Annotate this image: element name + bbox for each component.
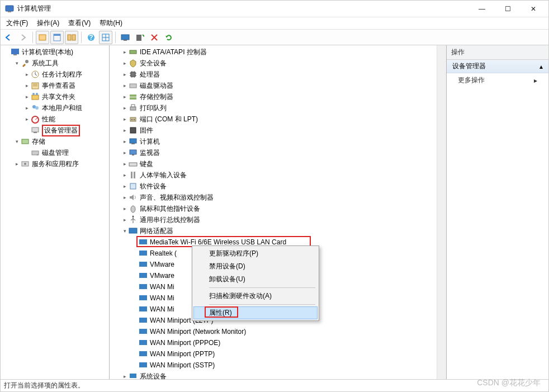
- svg-rect-61: [139, 284, 147, 289]
- svg-point-23: [32, 93, 35, 95]
- tree-shared-folders[interactable]: ▸共享文件夹: [22, 91, 108, 102]
- nic-icon: [139, 271, 148, 280]
- toolbar-btn-5[interactable]: [99, 31, 112, 44]
- net-item-10[interactable]: WAN Miniport (PPTP): [130, 348, 434, 360]
- collapse-icon: ▴: [539, 63, 543, 70]
- menu-file[interactable]: 文件(F): [3, 17, 31, 29]
- cat-cpu[interactable]: ▸处理器: [120, 69, 434, 80]
- tree-local-users[interactable]: ▸本地用户和组: [22, 102, 108, 114]
- svg-rect-20: [33, 84, 37, 84]
- actions-more[interactable]: 更多操作 ▸: [447, 73, 548, 87]
- cat-mouse[interactable]: ▸鼠标和其他指针设备: [120, 203, 434, 214]
- cat-ide[interactable]: ▸IDE ATA/ATAPI 控制器: [120, 46, 434, 58]
- tree-task-scheduler[interactable]: ▸任务计划程序: [22, 69, 108, 80]
- cat-ports[interactable]: ▸端口 (COM 和 LPT): [120, 114, 434, 125]
- cat-monitor[interactable]: ▸监视器: [120, 147, 434, 158]
- svg-rect-68: [139, 362, 147, 367]
- nic-icon: [139, 238, 148, 247]
- mid-scrollbar[interactable]: [437, 45, 446, 379]
- delete-button[interactable]: [148, 31, 161, 44]
- cm-properties[interactable]: 属性(R): [193, 306, 318, 319]
- refresh-button[interactable]: [162, 31, 176, 44]
- nic-icon: [139, 338, 148, 347]
- svg-rect-37: [130, 84, 136, 88]
- net-item-11[interactable]: WAN Miniport (SSTP): [130, 360, 434, 371]
- menubar: 文件(F) 操作(A) 查看(V) 帮助(H): [1, 17, 548, 30]
- svg-rect-56: [129, 228, 137, 233]
- svg-rect-45: [130, 127, 136, 133]
- svg-rect-36: [131, 72, 135, 77]
- menu-action[interactable]: 操作(A): [34, 17, 63, 29]
- tree-services-apps[interactable]: ▸服务和应用程序: [12, 158, 108, 169]
- services-icon: [21, 159, 30, 168]
- sys-dev-icon: [129, 372, 138, 379]
- actions-sub-device-manager[interactable]: 设备管理器 ▴: [447, 60, 548, 73]
- cat-computer[interactable]: ▸计算机: [120, 136, 434, 147]
- tree-root[interactable]: 计算机管理(本地): [2, 46, 108, 58]
- menu-view[interactable]: 查看(V): [65, 17, 94, 29]
- nic-icon: [139, 260, 148, 269]
- cat-network[interactable]: ▾网络适配器: [120, 225, 434, 237]
- keyboard-icon: [129, 159, 138, 168]
- svg-rect-2: [39, 35, 46, 40]
- minimize-button[interactable]: —: [469, 1, 495, 17]
- tree-event-viewer[interactable]: ▸事件查看器: [22, 80, 108, 91]
- cat-firmware[interactable]: ▸固件: [120, 125, 434, 136]
- chevron-right-icon: ▸: [534, 77, 537, 84]
- tree-performance[interactable]: ▸性能: [22, 114, 108, 125]
- device-monitor-button[interactable]: [119, 31, 132, 44]
- tree-storage[interactable]: ▾存储: [12, 136, 108, 147]
- cm-update-driver[interactable]: 更新驱动程序(P): [193, 247, 318, 260]
- cat-system-devices[interactable]: ▸系统设备: [120, 371, 434, 379]
- svg-rect-49: [132, 154, 134, 155]
- storage-icon: [21, 137, 30, 146]
- toolbar-btn-2[interactable]: [50, 31, 64, 44]
- maximize-button[interactable]: ☐: [495, 1, 520, 17]
- svg-rect-35: [130, 50, 136, 54]
- svg-rect-22: [32, 95, 39, 100]
- close-button[interactable]: ✕: [520, 1, 546, 17]
- help-button[interactable]: ?: [84, 31, 98, 44]
- toolbar-btn-1[interactable]: [36, 31, 49, 44]
- svg-rect-4: [54, 34, 60, 36]
- cat-security[interactable]: ▸安全设备: [120, 58, 434, 69]
- cat-keyboard[interactable]: ▸键盘: [120, 158, 434, 169]
- cm-disable[interactable]: 禁用设备(D): [193, 260, 318, 273]
- cm-uninstall[interactable]: 卸载设备(U): [193, 273, 318, 286]
- tree-disk-mgmt[interactable]: 磁盘管理: [22, 147, 108, 158]
- back-button[interactable]: [2, 31, 15, 44]
- svg-text:?: ?: [89, 34, 93, 41]
- cm-scan[interactable]: 扫描检测硬件改动(A): [193, 290, 318, 303]
- svg-rect-66: [139, 340, 147, 345]
- scan-button[interactable]: [133, 31, 146, 44]
- cat-usb[interactable]: ▸通用串行总线控制器: [120, 214, 434, 225]
- tree-system-tools[interactable]: ▾系统工具: [12, 58, 108, 69]
- nic-icon: [139, 361, 148, 370]
- svg-rect-59: [139, 262, 147, 267]
- tools-icon: [21, 59, 30, 68]
- svg-point-32: [37, 154, 38, 155]
- cat-disk-drives[interactable]: ▸磁盘驱动器: [120, 80, 434, 91]
- tree-device-manager[interactable]: 设备管理器: [22, 125, 108, 136]
- cat-storage-ctl[interactable]: ▸存储控制器: [120, 91, 434, 102]
- titlebar: 计算机管理 — ☐ ✕: [1, 1, 548, 17]
- net-item-9[interactable]: WAN Miniport (PPPOE): [130, 337, 434, 348]
- menu-help[interactable]: 帮助(H): [96, 17, 126, 29]
- svg-rect-65: [139, 329, 147, 334]
- forward-button[interactable]: [16, 31, 30, 44]
- toolbar-btn-3[interactable]: [65, 31, 78, 44]
- svg-rect-41: [131, 105, 135, 107]
- cat-sw-device[interactable]: ▸软件设备: [120, 181, 434, 192]
- firmware-icon: [129, 126, 138, 135]
- toolbar: ?: [1, 30, 548, 45]
- svg-point-44: [134, 119, 135, 120]
- svg-rect-1: [8, 11, 11, 12]
- net-item-8[interactable]: WAN Miniport (Network Monitor): [130, 326, 434, 337]
- cat-sound[interactable]: ▸声音、视频和游戏控制器: [120, 192, 434, 203]
- cat-print-queue[interactable]: ▸打印队列: [120, 102, 434, 114]
- svg-point-54: [131, 206, 135, 212]
- nic-icon: [139, 282, 148, 291]
- svg-point-55: [132, 216, 134, 218]
- svg-rect-64: [139, 318, 147, 323]
- cat-hid[interactable]: ▸人体学输入设备: [120, 169, 434, 181]
